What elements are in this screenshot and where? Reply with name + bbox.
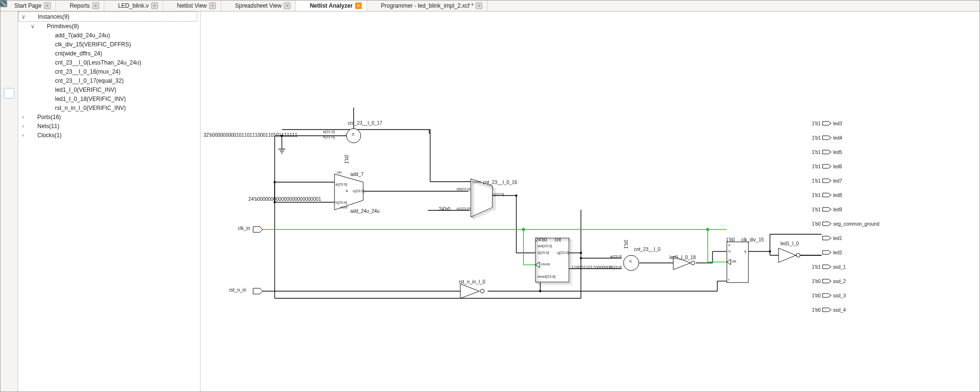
eq-name: cnt_23__I_0_17	[348, 120, 382, 126]
const24: 24'b000000000000000000000001	[248, 196, 321, 202]
tree-primitives[interactable]: ∨ Primitives(9)	[18, 22, 200, 31]
chevron-down-icon[interactable]: ∨	[30, 23, 35, 30]
zoom-target-icon[interactable]	[4, 26, 14, 35]
compare-icon	[46, 59, 53, 66]
toolbar-rail	[0, 11, 18, 392]
pin-clock: clock	[541, 262, 550, 266]
tab-spreadsheet[interactable]: Spreadsheet View ×	[221, 0, 296, 11]
close-icon[interactable]: ×	[209, 2, 216, 9]
close-icon[interactable]: ×	[355, 2, 362, 9]
output-const: 1'b1	[808, 121, 821, 126]
run-icon[interactable]	[4, 76, 14, 86]
tab-start-page[interactable]: Start Page ×	[0, 0, 56, 11]
close-icon[interactable]: ×	[476, 2, 482, 9]
tab-programmer[interactable]: Programmer - led_blink_impl_2.xcf * ×	[367, 0, 488, 11]
output-name: led1	[833, 236, 842, 241]
tree-ports[interactable]: › Ports(16)	[18, 112, 200, 121]
tree-item-eq[interactable]: cnt_23__I_0_17(equal_32)	[18, 76, 200, 85]
tab-netlist-view[interactable]: Netlist View ×	[163, 0, 221, 11]
tree-item-rstinv[interactable]: rst_n_in_I_0(VERIFIC_INV)	[18, 103, 200, 112]
paste-icon[interactable]	[4, 163, 14, 172]
folder-icon[interactable]	[4, 54, 14, 63]
save-icon[interactable]	[4, 65, 14, 75]
tree-item-cnt[interactable]: cnt(wide_dffrs_24)	[18, 49, 200, 58]
components-icon	[38, 23, 45, 30]
inverter-icon	[46, 105, 53, 111]
grid-icon[interactable]	[4, 190, 14, 200]
mux-icon	[46, 68, 53, 75]
port-out-icon	[822, 235, 832, 241]
target-icon[interactable]	[4, 37, 14, 47]
dff-icon	[46, 41, 53, 48]
led1inv-name: led1_I_0	[780, 241, 799, 246]
pin-b23-add: b[23:0]	[335, 200, 347, 205]
rst-in-port: rst_n_in	[229, 287, 246, 293]
tree-instances[interactable]: ∨ Instances(9)	[18, 11, 197, 22]
tab-netlist-analyzer[interactable]: Netlist Analyzer ×	[296, 0, 367, 11]
tree-item-inv0[interactable]: led1_I_0(VERIFIC_INV)	[18, 85, 200, 94]
filter-icon[interactable]	[4, 117, 14, 126]
output-port: led1	[808, 234, 842, 242]
svg-point-106	[353, 129, 355, 131]
tree-item-clkdiv[interactable]: clk_div_15(VERIFIC_DFFRS)	[18, 40, 200, 49]
chevron-right-icon[interactable]: ›	[20, 132, 26, 139]
tree-label: rst_n_in_I_0(VERIFIC_INV)	[55, 105, 126, 111]
port-out-icon	[822, 220, 832, 227]
port-out-icon	[822, 278, 832, 284]
tab-overflow-button[interactable]	[970, 0, 980, 11]
z24: 24'b0	[439, 207, 450, 212]
pin-set: set[23:0]	[537, 244, 552, 248]
tree-item-add7[interactable]: add_7(add_24u_24u)	[18, 31, 200, 40]
chevron-down-icon[interactable]: ∨	[21, 13, 26, 20]
svg-rect-0	[1, 0, 5, 6]
output-port: 1'b1led4	[808, 134, 842, 142]
tab-reports[interactable]: Reports ×	[56, 0, 104, 11]
star-icon[interactable]	[4, 179, 14, 188]
tree-nets[interactable]: › Nets(11)	[18, 121, 200, 131]
inverter-icon	[46, 87, 53, 93]
output-port: 1'b1led7	[808, 177, 842, 185]
pin-o23-mux: o[23:0]	[492, 192, 504, 196]
svg-point-103	[523, 229, 525, 231]
arrow-tool[interactable]	[4, 88, 14, 98]
layers-icon[interactable]	[4, 202, 14, 211]
chevron-right-icon[interactable]: ›	[20, 114, 26, 120]
tab-label: Spreadsheet View	[235, 2, 281, 9]
chevron-right-icon[interactable]: ›	[20, 123, 26, 130]
close-icon[interactable]: ×	[151, 2, 158, 9]
port-out-icon	[822, 263, 832, 270]
output-name: led2	[833, 250, 842, 255]
tree-label: led1_I_0(VERIFIC_INV)	[55, 87, 116, 93]
output-port: led2	[808, 249, 842, 256]
back-icon[interactable]	[4, 128, 14, 138]
copy-icon[interactable]	[4, 151, 14, 161]
close-icon[interactable]: ×	[284, 2, 290, 9]
pin-a23-lt: a[23:0]	[610, 254, 622, 259]
forward-icon[interactable]	[4, 140, 14, 149]
tree-label: Nets(11)	[37, 123, 59, 130]
pin-b31: b[31:0]	[323, 135, 334, 139]
pan-tool[interactable]	[4, 100, 14, 110]
pin-cin: cin	[337, 170, 342, 174]
inverter-icon	[46, 96, 53, 102]
tabbar: Start Page × Reports × LED_blink.v × Net…	[0, 0, 980, 11]
tab-label: Reports	[70, 2, 90, 9]
tree-item-inv18[interactable]: led1_I_0_18(VERIFIC_INV)	[18, 94, 200, 103]
output-name: led4	[833, 135, 842, 141]
output-const: 1'b1	[808, 164, 821, 169]
tab-led-blink[interactable]: LED_blink.v ×	[104, 0, 163, 11]
output-name: led6	[833, 164, 842, 169]
port-out-icon	[822, 206, 832, 213]
tree-item-mux[interactable]: cnt_23__I_0_16(mux_24)	[18, 67, 200, 76]
inv18-name: led1_I_0_18	[669, 255, 696, 260]
close-icon[interactable]: ×	[44, 2, 51, 9]
zoom-fit-icon[interactable]	[4, 14, 14, 24]
output-port: 1'b0ssd_2	[808, 277, 846, 285]
tree-item-lt[interactable]: cnt_23__I_0(LessThan_24u_24u)	[18, 58, 200, 67]
hierarchy-panel[interactable]: ∨ Instances(9) ∨ Primitives(9) add_7(add…	[18, 11, 200, 392]
output-const: 1'b0	[808, 293, 821, 298]
close-icon[interactable]: ×	[92, 2, 99, 9]
schematic-canvas[interactable]: cnt_23__I_0_17 = a[31:0] b[31:0] 32'b000…	[200, 11, 980, 392]
svg-point-109	[515, 195, 518, 197]
tree-clocks[interactable]: › Clocks(1)	[18, 131, 200, 140]
